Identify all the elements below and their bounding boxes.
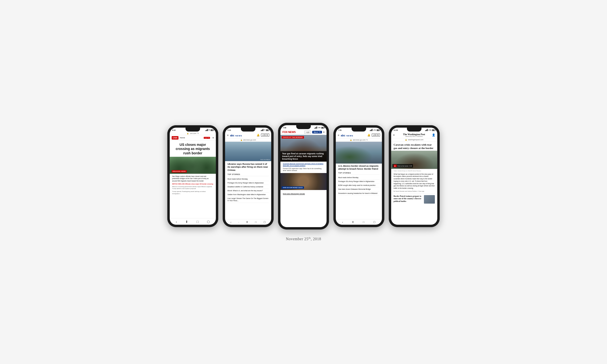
abc-hamburger-1[interactable]: ≡ (227, 134, 228, 137)
abc-fwd-1[interactable]: › (238, 221, 239, 224)
abc2-back[interactable]: ‹ (342, 221, 343, 224)
cnn-menu-icon[interactable]: ≡ (212, 136, 214, 139)
abc-bottom-nav-1: ‹ › ⬆ □ ⬡ (225, 219, 271, 225)
refresh-icon-cnn[interactable]: ↻ (198, 132, 199, 134)
fox-menu-icon[interactable]: ≡ (323, 130, 325, 133)
wp-main-headline: Caravan crisis escalates with tear gas a… (391, 142, 437, 151)
fox-news-text: NEWS (288, 130, 296, 133)
wifi-cnn: ▾ (209, 129, 210, 131)
status-right-fox: LTE (315, 127, 324, 129)
abc2-story-4[interactable]: Snowstorm causing headaches for travel i… (338, 192, 380, 195)
abc2-main-image (336, 142, 382, 164)
breaking-news-badge: BREAKING NEWS (172, 170, 187, 172)
cnn-live-tv-button[interactable]: Live TV (204, 137, 210, 139)
cnn-tabs-icon[interactable]: ⬡ (207, 220, 210, 224)
abc2-tabs[interactable]: ⬡ (373, 221, 376, 224)
notch-wapo (407, 128, 422, 131)
wp-second-text: Border Patrol trainees prepare to enter … (394, 195, 422, 204)
wp-second-thumb (424, 195, 435, 204)
fox-login-button[interactable]: Login (304, 130, 311, 134)
abc-bell-1[interactable]: 🔔 (257, 134, 260, 136)
battery-cnn (211, 129, 213, 131)
abc-lock-1: 🔒 (240, 139, 243, 141)
fox-watch-button[interactable]: Watch TV (312, 131, 322, 133)
abc2-logo-text: abc (341, 134, 345, 137)
screen-fox: 7:50 LTE FOX NEWS (280, 125, 327, 227)
cnn-bookmark-icon[interactable]: □ (197, 220, 198, 224)
abc2-top-stories-label: TOP STORIES (338, 172, 380, 175)
abc2-bookmark[interactable]: □ (363, 221, 364, 224)
abc-story-item-1-5[interactable]: Live Large! Stream The Game On The Bigge… (227, 196, 269, 203)
cnn-main-image: BREAKING NEWS (170, 157, 216, 174)
abc2-share[interactable]: ⬆ (352, 221, 354, 224)
lte-fox: LTE (318, 127, 320, 128)
fox-main-headline: Tear gas fired at caravan migrants rushi… (280, 151, 327, 162)
abc-ship-scene (225, 142, 271, 161)
fox-sub-link-1[interactable]: Incoming Mexican government disputes rep… (283, 163, 324, 167)
abc-url-text-1: abcnews.go.com (243, 139, 256, 141)
battery-abc1 (266, 129, 269, 131)
wp-avatar-icon[interactable]: 👤 (432, 133, 435, 137)
abc2-login[interactable]: LOG IN (372, 133, 380, 137)
abc2-refresh[interactable]: ↻ (366, 139, 368, 141)
abc-story-item-1-3[interactable]: Brexit: What is it, and what are the key… (227, 189, 269, 193)
status-right-abc2: LTE (370, 129, 380, 131)
abc-image-caption: TASS VIA PRESS (260, 159, 270, 160)
abc-story-item-1-1[interactable]: Pentagon IDs Army Ranger killed in Afgha… (227, 181, 269, 185)
abc2-url[interactable]: 🔒 abcnews.go.com ↻ (336, 139, 382, 142)
cnn-link-1[interactable]: Mexico's incoming government denies repo… (172, 186, 213, 190)
phone-wapo: 11:33 LTE ≡ The Washington Post (389, 125, 440, 227)
wp-second-headline[interactable]: Border Patrol trainees prepare to enter … (394, 195, 422, 203)
phone-abc2: 7:51 LTE ≡ abc NEWS (333, 125, 384, 227)
screen-abc1: 5:13 ▾ ≡ abc NEWS (225, 128, 271, 225)
abc-story-item-1-2[interactable]: Deadliest wildfire in California history… (227, 185, 269, 189)
abc2-right: 🔔 LOG IN (367, 133, 380, 137)
abc-login-1[interactable]: LOG IN (261, 133, 269, 137)
url-bar-cnn[interactable]: 🔒 cnn.com ↻ (170, 132, 216, 135)
wifi-abc1: ▾ (264, 129, 265, 131)
abc-bookmark-1[interactable]: □ (255, 221, 257, 224)
fox-logo: FOX NEWS (282, 130, 296, 133)
time-abc2: 7:51 (338, 129, 342, 131)
abc-back-1[interactable]: ‹ (230, 221, 231, 224)
screen-abc2: 7:51 LTE ≡ abc NEWS (336, 128, 382, 225)
cnn-home-link[interactable]: Home (180, 137, 185, 139)
notch-abc2 (352, 128, 366, 131)
abc2-lock: 🔒 (350, 139, 352, 141)
cnn-link-2[interactable]: Trump spends Thanksgiving week lashing o… (172, 191, 213, 195)
abc2-story-0[interactable]: Must reads before Monday (338, 176, 380, 180)
abc2-story-2[interactable]: $15M sought after body used for medical … (338, 183, 380, 187)
abc2-hamburger[interactable]: ≡ (338, 134, 339, 137)
cnn-logo[interactable]: CNN (172, 136, 178, 140)
phone-shell-wapo: 11:33 LTE ≡ The Washington Post (389, 125, 440, 227)
cnn-back-icon[interactable]: ‹ (176, 220, 177, 224)
abc-url-1[interactable]: 🔒 abcnews.go.com (225, 139, 271, 142)
wp-hamburger[interactable]: ≡ (393, 133, 395, 136)
battery-abc2 (377, 129, 380, 131)
wp-byline: By Sarah Kinosian and Joshua Partlow • 1… (394, 191, 435, 192)
wp-url[interactable]: 🔒 washingtonpost.com (391, 138, 437, 142)
fox-nav-right: Login Watch TV ≡ (304, 130, 325, 134)
abc2-bell[interactable]: 🔔 (367, 134, 370, 136)
abc-story-item-1-4[interactable]: Soldier from Washington state killed in … (227, 193, 269, 196)
wp-video-time: 0:38 (409, 165, 412, 167)
notch-fox (296, 125, 311, 129)
wp-play-button[interactable]: ▶ (394, 165, 397, 167)
abc2-story-1[interactable]: Pentagon IDs Army Ranger killed in Afgha… (338, 180, 380, 183)
wp-play-badge[interactable]: ▶ Rush at the border 0:38 (392, 164, 413, 168)
cnn-share-icon[interactable]: ⬆ (185, 220, 188, 224)
battery-fox (321, 127, 324, 129)
abc-logo-text-1: abc (230, 134, 234, 137)
lock-icon-cnn: 🔒 (187, 132, 189, 134)
abc-story-item-1-0[interactable]: Must reads before Monday (227, 177, 269, 181)
wp-nav: ≡ The Washington Post Democracy Dies in … (391, 132, 437, 138)
fox-sub-link-2[interactable]: Former ICE supervisor says 'there has to… (283, 168, 324, 172)
fox-bottom-link[interactable]: MLB asks Mississippi Senate (283, 193, 305, 195)
abc-share-1[interactable]: ⬆ (246, 221, 248, 224)
abc-main-image-1: TASS VIA PRESS (225, 142, 271, 161)
cnn-watch-link[interactable]: WATCH CNN LIVE Officials close major US … (172, 183, 213, 185)
abc2-story-3[interactable]: Gas leak closes Delaware Memorial Bridge (338, 187, 380, 191)
cnn-nav: CNN Home Live TV ≡ (170, 135, 216, 141)
signal-wapo (425, 129, 428, 131)
abc-tabs-1[interactable]: ⬡ (264, 221, 266, 224)
